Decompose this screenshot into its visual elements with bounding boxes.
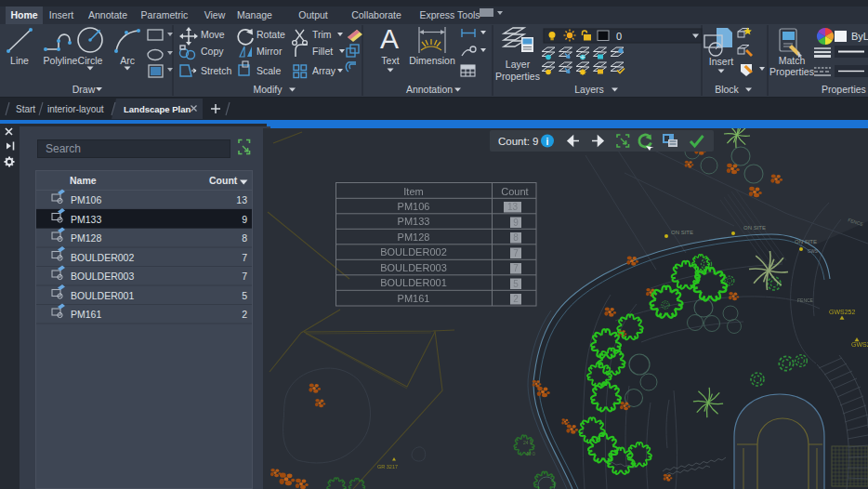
svg-text:BOULDER003: BOULDER003 (71, 271, 134, 282)
svg-text:PM161: PM161 (71, 309, 101, 320)
svg-text:7: 7 (513, 263, 519, 273)
svg-text:ByL: ByL (851, 31, 868, 42)
svg-text:BOULDER001: BOULDER001 (380, 277, 447, 288)
svg-text:Trim: Trim (312, 29, 332, 40)
svg-text:Count: Count (501, 186, 528, 197)
svg-text:A: A (380, 23, 399, 54)
svg-text:Layer: Layer (506, 59, 531, 70)
svg-text:PM106: PM106 (398, 201, 430, 212)
svg-text:5: 5 (513, 279, 519, 289)
svg-text:Name: Name (70, 175, 97, 186)
svg-text:PM128: PM128 (71, 232, 101, 244)
svg-text:9: 9 (513, 218, 519, 228)
svg-text:Polyline: Polyline (44, 55, 78, 66)
svg-text:Arc: Arc (120, 55, 135, 66)
svg-text:Copy: Copy (201, 46, 224, 57)
svg-text:13: 13 (236, 194, 247, 205)
svg-text:Annotate: Annotate (88, 9, 127, 20)
svg-text:Insert: Insert (49, 9, 73, 20)
svg-text:ON SITE: ON SITE (671, 230, 693, 235)
svg-text:Home: Home (10, 9, 37, 20)
svg-text:Circle: Circle (78, 55, 103, 66)
svg-text:GWS252: GWS252 (829, 309, 856, 315)
svg-text:GWS2: GWS2 (851, 341, 868, 348)
svg-text:View: View (204, 9, 226, 20)
svg-text:Annotation: Annotation (406, 84, 453, 95)
svg-text:BOULDER002: BOULDER002 (71, 252, 134, 263)
svg-text:7: 7 (513, 248, 519, 258)
svg-text:Match: Match (779, 55, 806, 66)
svg-text:Properties: Properties (822, 84, 866, 95)
svg-text:interior-layout: interior-layout (47, 104, 104, 114)
svg-text:Mirror: Mirror (256, 46, 283, 57)
svg-text:Item: Item (403, 186, 423, 197)
svg-text:Line: Line (10, 55, 29, 66)
svg-text:9: 9 (242, 214, 247, 225)
svg-text:PM133: PM133 (398, 216, 430, 227)
svg-text:BOULDER001: BOULDER001 (71, 290, 134, 301)
svg-text:Array: Array (312, 65, 336, 76)
svg-text:Output: Output (298, 9, 328, 20)
svg-text:FENCE: FENCE (797, 297, 814, 303)
svg-text:i: i (546, 137, 549, 147)
svg-text:PM128: PM128 (398, 231, 430, 243)
svg-text:Draw: Draw (72, 84, 96, 95)
svg-text:Parametric: Parametric (141, 9, 189, 20)
svg-text:0: 0 (616, 31, 622, 42)
svg-text:ON SITE: ON SITE (795, 239, 817, 244)
svg-text:BOULDER002: BOULDER002 (380, 246, 447, 258)
svg-text:Layers: Layers (574, 84, 604, 95)
svg-text:Modify: Modify (254, 84, 283, 95)
svg-text:ON SITE: ON SITE (743, 225, 766, 231)
svg-text:5: 5 (242, 290, 247, 301)
svg-text:BOULDER003: BOULDER003 (380, 262, 447, 273)
svg-text:8: 8 (242, 232, 247, 244)
svg-text:7: 7 (242, 271, 247, 282)
svg-text:GWS: GWS (808, 249, 818, 254)
svg-text:2: 2 (513, 294, 519, 304)
svg-text:Count: 9: Count: 9 (498, 136, 538, 147)
svg-text:40 0: 40 0 (526, 451, 535, 456)
svg-text:13: 13 (507, 202, 519, 212)
svg-text:Count: Count (209, 175, 238, 186)
svg-text:Block: Block (715, 84, 739, 95)
svg-text:Manage: Manage (237, 9, 272, 20)
svg-text:Move: Move (201, 29, 225, 40)
svg-text:8: 8 (513, 232, 519, 243)
svg-text:GR 3217: GR 3217 (377, 464, 398, 469)
svg-text:Properties: Properties (495, 71, 540, 82)
svg-text:7: 7 (242, 252, 247, 263)
svg-text:2: 2 (242, 309, 247, 320)
svg-text:PM106: PM106 (71, 194, 101, 205)
svg-text:24 0: 24 0 (523, 440, 533, 445)
svg-text:PM133: PM133 (71, 214, 101, 225)
svg-text:Collaborate: Collaborate (351, 9, 401, 20)
svg-text:Express Tools: Express Tools (419, 9, 480, 20)
svg-text:Dimension: Dimension (409, 55, 455, 66)
svg-text:Scale: Scale (256, 65, 281, 76)
svg-text:Fillet: Fillet (312, 46, 333, 57)
svg-text:Properties: Properties (769, 66, 814, 77)
svg-text:Landscape Plan: Landscape Plan (124, 104, 191, 114)
svg-text:Stretch: Stretch (201, 65, 231, 76)
svg-text:Rotate: Rotate (256, 29, 285, 40)
svg-text:PM161: PM161 (398, 293, 430, 304)
svg-text:Insert: Insert (709, 56, 733, 67)
svg-text:Text: Text (381, 55, 399, 66)
svg-text:Start: Start (16, 104, 35, 114)
